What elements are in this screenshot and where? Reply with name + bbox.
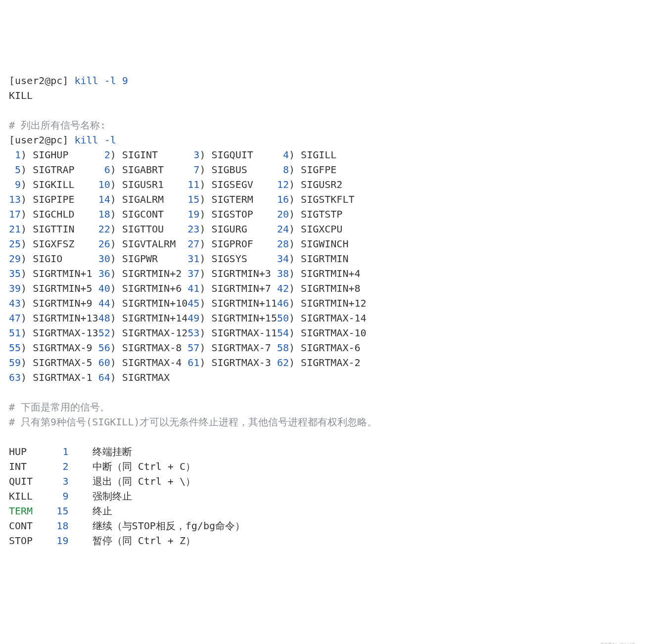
prompt-line-2: [user2@pc] kill -l [9,133,646,147]
prompt-prefix: [user2@pc] [9,134,74,146]
signal-cell: 41) SIGRTMIN+7 [187,282,277,294]
signal-number: 23 [187,223,199,235]
signal-cell: 64) SIGRTMAX [98,371,170,383]
signal-cell: 3) SIGQUIT [187,149,277,161]
signal-name: SIGPROF [211,238,277,250]
signal-cell: 10) SIGUSR1 [98,179,188,190]
signal-name: SIGSYS [211,253,277,265]
signal-cell: 58) SIGRTMAX-6 [277,342,361,354]
signal-cell: 51) SIGRTMAX-13 [9,327,98,339]
common-signal-name: HUP [9,446,50,458]
common-signal-name: CONT [9,520,50,532]
signal-number: 40 [98,282,110,294]
signal-name: SIGRTMIN+11 [211,297,277,309]
common-signal-desc: 暂停（同 Ctrl + Z） [93,535,195,547]
signal-name: SIGPWR [122,253,187,265]
signal-name: SIGRTMAX-6 [301,342,360,354]
signal-cell: 27) SIGPROF [187,238,277,250]
signal-number: 20 [277,208,289,220]
signal-cell: 25) SIGXFSZ [9,238,98,250]
signal-cell: 19) SIGSTOP [187,208,277,220]
common-signal-desc: 强制终止 [93,490,132,502]
common-signal-desc: 终端挂断 [93,446,132,458]
signal-number: 56 [98,342,110,354]
signal-number: 38 [277,268,289,279]
signal-number: 22 [98,223,110,235]
signal-cell: 7) SIGBUS [187,164,277,176]
signal-name: SIGRTMIN+3 [211,268,277,279]
signal-name: SIGINT [122,149,187,161]
comment-line: # 只有第9种信号(SIGKILL)才可以无条件终止进程，其他信号进程都有权利忽… [9,414,646,429]
signal-name: SIGALRM [122,193,187,205]
signal-number: 47 [9,312,21,324]
signal-cell: 20) SIGTSTP [277,208,342,220]
signal-cell: 22) SIGTTOU [98,223,188,235]
signal-name: SIGRTMAX-14 [301,312,366,324]
signal-name: SIGRTMIN+12 [301,297,366,309]
signal-row: 25) SIGXFSZ 26) SIGVTALRM 27) SIGPROF 28… [9,236,646,251]
signal-number: 53 [187,327,199,339]
common-signal-name: STOP [9,535,50,547]
signal-row: 21) SIGTTIN 22) SIGTTOU 23) SIGURG 24) S… [9,222,646,236]
signal-name: SIGTTIN [33,223,98,235]
signal-row: 59) SIGRTMAX-5 60) SIGRTMAX-4 61) SIGRTM… [9,355,646,370]
signal-name: SIGRTMIN [301,253,348,265]
signal-cell: 24) SIGXCPU [277,223,342,235]
signal-cell: 49) SIGRTMIN+15 [187,312,277,324]
comment-line: # 下面是常用的信号。 [9,400,646,414]
signal-row: 1) SIGHUP 2) SIGINT 3) SIGQUIT 4) SIGILL [9,147,646,162]
signal-name: SIGRTMAX [122,371,170,383]
signal-cell: 17) SIGCHLD [9,208,98,220]
signal-number: 7 [193,164,199,176]
signal-name: SIGSEGV [211,179,277,190]
signal-number: 37 [187,268,199,279]
signal-cell: 40) SIGRTMIN+6 [98,282,188,294]
signal-number: 51 [9,327,21,339]
signal-cell: 30) SIGPWR [98,253,188,265]
common-signal-number: 2 [50,460,68,472]
signal-name: SIGRTMIN+1 [33,268,98,279]
command-text: kill -l 9 [74,75,128,87]
common-signal-row: INT 2 中断（同 Ctrl + C） [9,459,646,474]
signal-name: SIGRTMIN+5 [33,282,98,294]
common-signal-number: 1 [50,446,68,458]
signal-cell: 8) SIGFPE [277,164,336,176]
signal-number: 44 [98,297,110,309]
signal-name: SIGRTMAX-11 [211,327,277,339]
signal-name: SIGUSR1 [122,179,187,190]
signal-number: 36 [98,268,110,279]
signal-name: SIGRTMAX-9 [33,342,98,354]
signal-name: SIGRTMAX-7 [211,342,277,354]
prompt-line-1: [user2@pc] kill -l 9 [9,73,646,88]
common-signal-number: 3 [50,475,68,487]
signal-cell: 53) SIGRTMAX-11 [187,327,277,339]
signal-number: 46 [277,297,289,309]
signal-name: SIGCHLD [33,208,98,220]
signal-number: 2 [104,149,110,161]
signal-number: 8 [283,164,289,176]
signal-cell: 48) SIGRTMIN+14 [98,312,188,324]
signal-number: 45 [187,297,199,309]
common-signal-row: HUP 1 终端挂断 [9,444,646,459]
signal-number: 16 [277,193,289,205]
common-signal-row: TERM 15 终止 [9,504,646,518]
signal-name: SIGRTMAX-13 [33,327,98,339]
signal-cell: 46) SIGRTMIN+12 [277,297,367,309]
signal-name: SIGHUP [33,149,98,161]
signal-name: SIGBUS [211,164,277,176]
common-signal-number: 18 [50,520,68,532]
signal-name: SIGRTMAX-8 [122,342,187,354]
signal-number: 55 [9,342,21,354]
signal-number: 39 [9,282,21,294]
signal-name: SIGCONT [122,208,187,220]
signal-number: 57 [187,342,199,354]
signal-cell: 56) SIGRTMAX-8 [98,342,188,354]
terminal-output: [user2@pc] kill -l 9KILL # 列出所有信号名称:[use… [9,73,646,548]
signal-name: SIGXFSZ [33,238,98,250]
signal-cell: 11) SIGSEGV [187,179,277,190]
signal-cell: 62) SIGRTMAX-2 [277,357,361,368]
signal-name: SIGRTMIN+9 [33,297,98,309]
signal-number: 26 [98,238,110,250]
signal-cell: 63) SIGRTMAX-1 [9,371,98,383]
signal-row: 51) SIGRTMAX-1352) SIGRTMAX-1253) SIGRTM… [9,325,646,340]
